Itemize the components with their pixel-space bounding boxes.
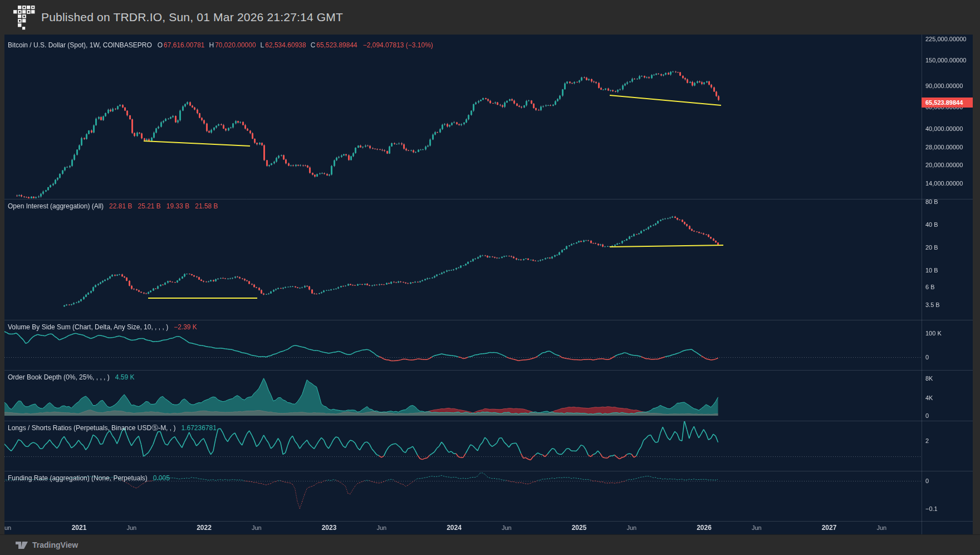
pane-legend-volume_by_side[interactable]: Volume By Side Sum (Chart, Delta, Any Si… [8,323,197,332]
price-axis-label: 100 K [925,330,942,337]
time-axis-label: Jun [376,524,386,531]
pane-legend-longs_shorts[interactable]: Longs / Shorts Ratios (Perpetuals, Binan… [8,423,217,432]
legend-segment: Funding Rate (aggregation) (None, Perpet… [8,474,148,483]
time-axis-label: 2021 [72,524,87,532]
price-axis-label: 14,000.00000 [925,180,963,187]
price-axis-label: 28,000.00000 [925,144,963,150]
time-axis-label: Jun [502,524,512,531]
price-axis-label: 225,000.00000 [925,36,966,42]
time-axis-label: Jun [126,524,136,531]
price-axis-label: 20 B [925,244,938,251]
price-axis-label: 20,000.00000 [925,162,963,168]
legend-segment: 70,020.00000 [215,41,256,50]
price-axis-label: 3.5 B [925,301,940,308]
legend-segment: 0.005 [153,474,170,483]
legend-segment: Volume By Side Sum (Chart, Delta, Any Si… [8,323,168,332]
price-axis-label: 10 B [925,267,938,274]
pane-legend-funding_rate[interactable]: Funding Rate (aggregation) (None, Perpet… [8,474,170,483]
price-axis-label: 8K [925,375,933,382]
legend-segment: 21.58 B [195,202,218,211]
price-axis-label: 4K [925,395,933,401]
last-price-value: 65,523.89844 [925,99,963,106]
time-axis-label: 2024 [447,524,462,532]
legend-segment: 22.81 B [109,202,132,211]
time-axis-label: un [4,524,11,531]
time-axis-label: Jun [752,524,762,531]
legend-segment: Longs / Shorts Ratios (Perpetuals, Binan… [8,423,175,432]
time-axis-label: 2023 [322,524,337,532]
price-axis-label: 0 [925,412,929,419]
price-axis-label: 80 B [925,198,938,205]
legend-segment: Open Interest (aggregation) (All) [8,202,104,211]
price-axis-label: 90,000.00000 [925,82,963,89]
price-axis-label: 40,000.00000 [925,125,963,132]
time-axis-label: 2027 [822,524,837,532]
legend-segment: L [261,41,264,50]
price-axis-label: 150,000.00000 [925,57,966,64]
price-axis-label: 0 [925,354,929,361]
legend-segment: Bitcoin / U.S. Dollar (Spot), 1W, COINBA… [8,41,152,50]
time-axis-label: Jun [626,524,636,531]
last-price-badge: 65,523.89844 [922,98,973,108]
legend-segment: 25.21 B [138,202,160,211]
price-axis-label: 0 [925,478,929,484]
legend-segment: −2,094.07813 (−3.10%) [363,41,433,50]
time-axis-label: 2025 [572,524,587,532]
legend-segment: 62,534.60938 [265,41,306,50]
price-axis-label: −0.1 [925,505,938,512]
legend-segment: C [311,41,316,50]
time-axis-label: 2022 [197,524,212,532]
legend-segment: −2.39 K [174,323,197,332]
legend-segment: 65,523.89844 [316,41,357,50]
legend-segment: 67,616.00781 [164,41,204,50]
tradingview-label[interactable]: TradingView [32,541,78,549]
legend-segment: O [158,41,163,50]
chart-canvas[interactable] [0,0,980,555]
price-axis-label: 2 [925,437,929,444]
pane-legend-open_interest[interactable]: Open Interest (aggregation) (All)22.81 B… [8,202,218,211]
legend-segment: Order Book Depth (0%, 25%, , , , ) [8,373,110,382]
footer-bar: TradingView [0,534,980,555]
page: Published on TRDR.IO, Sun, 01 Mar 2026 2… [0,0,980,555]
time-axis-label: Jun [876,524,886,531]
time-axis-label: 2026 [697,524,712,532]
legend-segment: 19.33 B [166,202,189,211]
price-axis-label: 40 B [925,221,938,228]
time-axis-label: Jun [252,524,262,531]
legend-segment: 1.67236781 [181,423,216,432]
legend-segment: 4.59 K [115,373,135,382]
pane-legend-order_book_depth[interactable]: Order Book Depth (0%, 25%, , , , )4.59 K [8,373,134,382]
legend-segment: H [209,41,214,50]
tradingview-logo[interactable] [16,540,29,551]
pane-legend-price[interactable]: Bitcoin / U.S. Dollar (Spot), 1W, COINBA… [8,41,433,50]
price-axis-label: 6 B [925,284,935,290]
